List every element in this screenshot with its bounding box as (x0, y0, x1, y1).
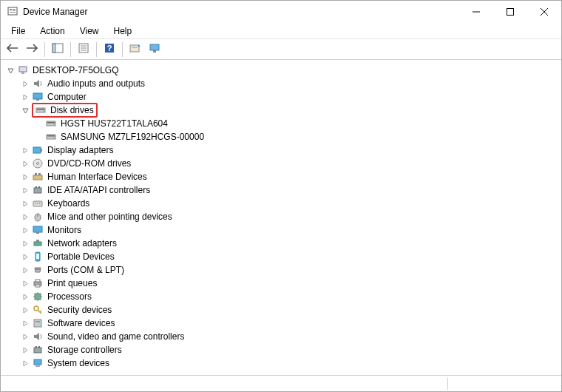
arrow-right-icon (26, 44, 38, 55)
tree-item-computer[interactable]: Computer (2, 90, 560, 104)
tree-label: Mice and other pointing devices (47, 212, 173, 222)
controller-icon (32, 184, 44, 196)
chevron-right-icon[interactable] (20, 278, 30, 288)
chevron-right-icon[interactable] (20, 158, 30, 169)
tree-item-monitors[interactable]: Monitors (2, 223, 560, 237)
svg-rect-41 (34, 188, 41, 193)
menu-view[interactable]: View (72, 24, 106, 38)
close-button[interactable] (527, 1, 561, 23)
chevron-right-icon[interactable] (20, 251, 30, 262)
mouse-icon (32, 211, 44, 223)
chevron-right-icon[interactable] (20, 291, 30, 302)
svg-rect-55 (36, 254, 39, 259)
tree-item-ide[interactable]: IDE ATA/ATAPI controllers (2, 183, 560, 197)
chevron-right-icon[interactable] (20, 318, 30, 328)
tree-root[interactable]: DESKTOP-7F5OLGQ (2, 64, 560, 77)
svg-rect-23 (33, 93, 42, 99)
chevron-right-icon[interactable] (20, 358, 30, 368)
menubar: File Action View Help (1, 23, 561, 39)
chevron-right-icon[interactable] (20, 198, 30, 209)
app-icon (7, 6, 18, 18)
svg-rect-76 (35, 365, 40, 367)
chevron-down-icon[interactable] (5, 65, 16, 75)
portable-icon (32, 251, 44, 263)
toolbar: ? (1, 39, 561, 60)
help-button[interactable]: ? (101, 41, 118, 58)
chevron-right-icon[interactable] (20, 172, 30, 182)
show-hide-button[interactable] (49, 41, 67, 58)
tree-item-processors[interactable]: Processors (2, 290, 560, 303)
svg-rect-47 (39, 203, 41, 204)
chevron-right-icon[interactable] (20, 185, 30, 195)
tree-item-system[interactable]: System devices (2, 356, 560, 370)
tree-item-dvd[interactable]: DVD/CD-ROM drives (2, 157, 560, 170)
menu-help[interactable]: Help (106, 24, 140, 38)
tree-label: Portable Devices (47, 251, 115, 262)
chevron-right-icon[interactable] (20, 92, 30, 102)
svg-rect-3 (13, 10, 16, 11)
monitor-icon (32, 91, 44, 103)
titlebar: Device Manager (1, 1, 561, 23)
port-icon (32, 264, 44, 276)
svg-point-30 (53, 124, 55, 125)
tree-label: Display adapters (47, 145, 114, 155)
tree-item-ports[interactable]: Ports (COM & LPT) (2, 263, 560, 277)
tree-item-network[interactable]: Network adapters (2, 237, 560, 250)
tree-label: Software devices (47, 318, 115, 328)
chevron-right-icon[interactable] (20, 345, 30, 355)
chevron-right-icon[interactable] (20, 225, 30, 235)
tree-item-keyboards[interactable]: Keyboards (2, 197, 560, 210)
svg-rect-17 (130, 45, 139, 52)
chevron-right-icon[interactable] (20, 305, 30, 315)
tree-label: Storage controllers (47, 345, 123, 355)
menu-action[interactable]: Action (33, 24, 72, 38)
tree-item-software[interactable]: Software devices (2, 317, 560, 330)
chevron-down-icon[interactable] (20, 105, 30, 115)
chevron-right-icon[interactable] (20, 145, 30, 155)
tree-item-hid[interactable]: Human Interface Devices (2, 170, 560, 183)
svg-rect-31 (47, 135, 55, 139)
forward-button[interactable] (23, 41, 41, 58)
keyboard-icon (32, 197, 44, 209)
monitor-button[interactable] (146, 41, 163, 58)
tree-label: DESKTOP-7F5OLGQ (32, 65, 119, 75)
svg-rect-22 (21, 72, 24, 74)
tree-item-security[interactable]: Security devices (2, 303, 560, 317)
scan-hardware-button[interactable] (126, 41, 144, 58)
tree-label: Disk drives (50, 105, 95, 115)
speaker-icon (32, 78, 44, 89)
chevron-right-icon[interactable] (20, 331, 30, 342)
minimize-button[interactable] (459, 1, 493, 23)
svg-rect-25 (36, 108, 45, 112)
tree-label: Security devices (47, 305, 112, 315)
properties-button[interactable] (75, 41, 92, 58)
svg-rect-32 (47, 135, 55, 137)
toolbar-separator (44, 42, 45, 57)
tree-item-sound[interactable]: Sound, video and game controllers (2, 330, 560, 343)
chevron-right-icon[interactable] (20, 212, 30, 222)
chevron-right-icon[interactable] (20, 238, 30, 249)
chevron-right-icon[interactable] (20, 78, 30, 89)
tree-item-display[interactable]: Display adapters (2, 143, 560, 157)
tree-label: Network adapters (47, 238, 118, 249)
svg-rect-61 (35, 285, 40, 287)
menu-file[interactable]: File (4, 24, 33, 38)
tree-item-disk-drives[interactable]: Disk drives (2, 104, 560, 117)
highlight-box: Disk drives (32, 103, 98, 118)
device-tree[interactable]: DESKTOP-7F5OLGQ Audio inputs and outputs (1, 61, 561, 375)
tree-item-disk-child[interactable]: SAMSUNG MZ7LF192HCGS-00000 (2, 130, 560, 143)
tree-item-print[interactable]: Print queues (2, 277, 560, 290)
back-button[interactable] (4, 41, 21, 58)
maximize-button[interactable] (493, 1, 527, 23)
tree-item-disk-child[interactable]: HGST HUS722T1TALA604 (2, 117, 560, 130)
tree-label: Human Interface Devices (47, 172, 148, 182)
chevron-right-icon[interactable] (20, 265, 30, 275)
svg-rect-60 (35, 280, 40, 282)
tree-item-storage[interactable]: Storage controllers (2, 343, 560, 356)
svg-rect-6 (507, 9, 514, 16)
tree-item-portable[interactable]: Portable Devices (2, 250, 560, 263)
tree-item-audio[interactable]: Audio inputs and outputs (2, 77, 560, 90)
tree-item-mice[interactable]: Mice and other pointing devices (2, 210, 560, 223)
svg-rect-38 (33, 175, 42, 180)
properties-icon (78, 43, 89, 55)
